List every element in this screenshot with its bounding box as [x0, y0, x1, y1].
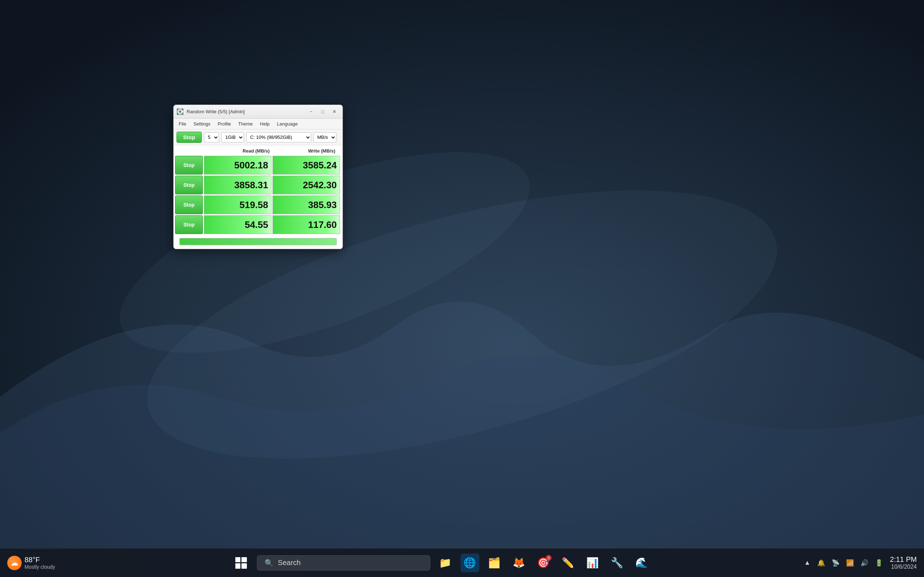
close-button[interactable]: ✕ — [329, 108, 340, 116]
write-value-row2: 2542.30 — [273, 176, 340, 194]
edge-icon: 🌐 — [464, 557, 476, 569]
tray-volume-icon[interactable]: 🔊 — [859, 558, 870, 568]
progress-row — [175, 235, 341, 247]
background-wave — [0, 0, 924, 577]
menu-settings[interactable]: Settings — [190, 120, 214, 128]
taskbar-right: ▲ 🔔 📡 📶 🔊 🔋 2:11 PM 10/6/2024 — [803, 555, 917, 570]
taskbar-app-badge[interactable]: 🎯 3 — [534, 554, 553, 572]
system-tray: ▲ 🔔 📡 📶 🔊 🔋 — [803, 558, 884, 568]
maximize-button[interactable]: □ — [317, 108, 328, 116]
weather-icon: ☁ — [7, 556, 22, 570]
taskbar-app-file-explorer[interactable]: 📁 — [436, 554, 455, 572]
read-value-row2: 3858.31 — [204, 176, 271, 194]
tray-network-icon[interactable]: 📡 — [830, 558, 841, 568]
taskbar-app-chart[interactable]: 📊 — [583, 554, 602, 572]
clock-date: 10/6/2024 — [891, 564, 917, 570]
windows-logo-icon — [235, 557, 247, 569]
tray-chevron-icon[interactable]: ▲ — [803, 558, 812, 568]
stop-button-row4[interactable]: Stop — [175, 215, 203, 234]
header-read: Read (MB/s) — [207, 148, 273, 154]
menu-profile[interactable]: Profile — [214, 120, 234, 128]
taskbar-app-edge[interactable]: 🌐 — [460, 554, 479, 572]
count-select[interactable]: 5 — [204, 132, 219, 142]
weather-text: 88°F Mostly cloudy — [24, 556, 55, 570]
notification-badge: 3 — [546, 555, 551, 561]
taskbar: ☁ 88°F Mostly cloudy 🔍 Search 📁 � — [0, 548, 924, 577]
unit-select[interactable]: MB/s — [313, 132, 336, 142]
write-value-row4: 117.60 — [273, 215, 340, 234]
table-row: Stop 3858.31 2542.30 — [175, 176, 341, 194]
progress-bar-fill — [180, 239, 336, 245]
table-header: Read (MB/s) Write (MB/s) — [175, 147, 341, 155]
menu-language[interactable]: Language — [273, 120, 301, 128]
tray-notification-icon[interactable]: 🔔 — [816, 558, 827, 568]
taskbar-app-firefox[interactable]: 🦊 — [510, 554, 528, 572]
window-title: Random Write (5/5) [Admin] — [187, 109, 306, 114]
stop-button-row2[interactable]: Stop — [175, 176, 203, 194]
clock-time: 2:11 PM — [890, 555, 917, 564]
search-bar[interactable]: 🔍 Search — [257, 555, 430, 571]
table-row: Stop 54.55 117.60 — [175, 215, 341, 234]
window-app-icon: 💽 — [176, 108, 184, 115]
taskbar-app-tools[interactable]: 🔧 — [608, 554, 627, 572]
weather-temperature: 88°F — [24, 556, 55, 564]
taskbar-app-pencil[interactable]: ✏️ — [559, 554, 577, 572]
read-value-row4: 54.55 — [204, 215, 271, 234]
taskbar-app-wave[interactable]: 🌊 — [632, 554, 651, 572]
minimize-button[interactable]: − — [306, 108, 317, 116]
tray-wifi-icon[interactable]: 📶 — [845, 558, 855, 568]
desktop: 💽 Random Write (5/5) [Admin] − □ ✕ File … — [0, 0, 924, 577]
table-row: Stop 5002.18 3585.24 — [175, 156, 341, 174]
stop-button-row1[interactable]: Stop — [175, 156, 203, 174]
main-stop-button[interactable]: Stop — [176, 132, 202, 143]
menu-theme[interactable]: Theme — [234, 120, 256, 128]
taskbar-left: ☁ 88°F Mostly cloudy — [7, 556, 79, 570]
start-button[interactable] — [231, 553, 251, 573]
stop-button-row3[interactable]: Stop — [175, 195, 203, 214]
header-spacer — [178, 148, 207, 154]
menu-file[interactable]: File — [175, 120, 190, 128]
svg-rect-0 — [0, 0, 924, 577]
progress-bar-container — [179, 238, 337, 245]
tray-battery-icon[interactable]: 🔋 — [874, 558, 884, 568]
search-icon: 🔍 — [265, 559, 274, 567]
write-value-row3: 385.93 — [273, 195, 340, 214]
taskbar-center: 🔍 Search 📁 🌐 🗂️ 🦊 🎯 3 ✏️ 📊 🔧 🌊 — [79, 553, 803, 573]
write-value-row1: 3585.24 — [273, 156, 340, 174]
header-write: Write (MB/s) — [273, 148, 338, 154]
size-select[interactable]: 1GiB — [221, 132, 244, 142]
menu-help[interactable]: Help — [256, 120, 273, 128]
window-controls: − □ ✕ — [306, 108, 340, 116]
drive-select[interactable]: C: 10% (98/952GiB) — [246, 132, 311, 142]
window-menubar: File Settings Profile Theme Help Languag… — [174, 119, 342, 129]
table-row: Stop 519.58 385.93 — [175, 195, 341, 214]
weather-widget[interactable]: ☁ 88°F Mostly cloudy — [7, 556, 55, 570]
system-clock[interactable]: 2:11 PM 10/6/2024 — [890, 555, 917, 570]
window-toolbar: Stop 5 1GiB C: 10% (98/952GiB) MB/s — [174, 129, 342, 145]
read-value-row3: 519.58 — [204, 195, 271, 214]
taskbar-app-folder[interactable]: 🗂️ — [485, 554, 504, 572]
benchmark-table: Read (MB/s) Write (MB/s) Stop 5002.18 35… — [174, 145, 342, 249]
search-placeholder-text: Search — [278, 559, 300, 567]
read-value-row1: 5002.18 — [204, 156, 271, 174]
crystaldiskmark-window: 💽 Random Write (5/5) [Admin] − □ ✕ File … — [173, 105, 343, 249]
weather-description: Mostly cloudy — [24, 564, 55, 570]
window-titlebar: 💽 Random Write (5/5) [Admin] − □ ✕ — [174, 105, 342, 119]
